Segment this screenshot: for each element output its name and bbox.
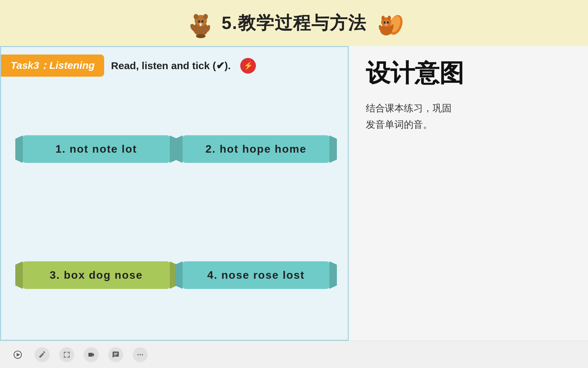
camera-icon <box>87 351 95 358</box>
pencil-button[interactable] <box>35 347 50 362</box>
comment-icon <box>112 351 119 358</box>
svg-point-34 <box>140 354 141 355</box>
svg-point-5 <box>201 20 203 22</box>
task-header: Task3：Listening Read, listen and tick (✔… <box>1 47 348 83</box>
flash-icon[interactable]: ⚡ <box>240 58 256 74</box>
svg-rect-30 <box>64 355 65 357</box>
squirrel-icon <box>372 8 403 39</box>
svg-point-2 <box>194 14 198 19</box>
svg-point-20 <box>385 24 388 26</box>
beaver-icon <box>185 8 216 39</box>
svg-rect-26 <box>64 352 65 354</box>
word-grid: 1. not note lot 2. hot hope home 3. box … <box>1 83 348 341</box>
bottom-toolbar <box>0 341 588 368</box>
task-instruction: Read, listen and tick (✔). <box>111 60 231 72</box>
word-ribbon-1: 1. not note lot <box>21 135 171 163</box>
camera-button[interactable] <box>84 347 99 362</box>
right-panel: 设计意图 结合课本练习，巩固发音单词的音。 <box>349 46 588 341</box>
main-content: Task3：Listening Read, listen and tick (✔… <box>0 46 588 341</box>
word-card-2: 2. hot hope home <box>181 93 331 205</box>
svg-point-4 <box>198 20 200 22</box>
word-card-3: 3. box dog nose <box>21 219 171 332</box>
word-card-1: 1. not note lot <box>21 93 171 205</box>
word-ribbon-2: 2. hot hope home <box>181 135 331 163</box>
svg-point-17 <box>388 16 391 20</box>
svg-rect-28 <box>69 352 69 354</box>
more-icon <box>136 351 144 358</box>
top-banner: 5.教学过程与方法 <box>0 0 588 46</box>
page-title: 5.教学过程与方法 <box>222 11 366 35</box>
title-area: 5.教学过程与方法 <box>185 8 402 39</box>
word-ribbon-4: 4. nose rose lost <box>181 261 331 289</box>
svg-marker-24 <box>17 353 20 356</box>
word-ribbon-3: 3. box dog nose <box>21 261 171 289</box>
capture-icon <box>63 351 70 358</box>
svg-point-16 <box>381 16 385 20</box>
comment-button[interactable] <box>108 347 123 362</box>
more-button[interactable] <box>133 347 148 362</box>
right-panel-title: 设计意图 <box>366 60 571 87</box>
svg-point-3 <box>203 14 208 19</box>
task-label: Task3：Listening <box>1 55 104 77</box>
right-panel-description: 结合课本练习，巩固发音单词的音。 <box>366 100 571 133</box>
svg-point-19 <box>387 21 389 24</box>
svg-point-33 <box>137 354 139 355</box>
slide-area: Task3：Listening Read, listen and tick (✔… <box>0 46 349 341</box>
capture-button[interactable] <box>59 347 74 362</box>
word-card-4: 4. nose rose lost <box>181 219 331 332</box>
pencil-icon <box>38 351 46 358</box>
play-icon <box>14 351 22 359</box>
svg-point-11 <box>196 34 206 38</box>
svg-rect-32 <box>69 355 69 357</box>
svg-point-18 <box>383 21 385 24</box>
play-button[interactable] <box>10 347 25 362</box>
svg-point-35 <box>142 354 143 355</box>
